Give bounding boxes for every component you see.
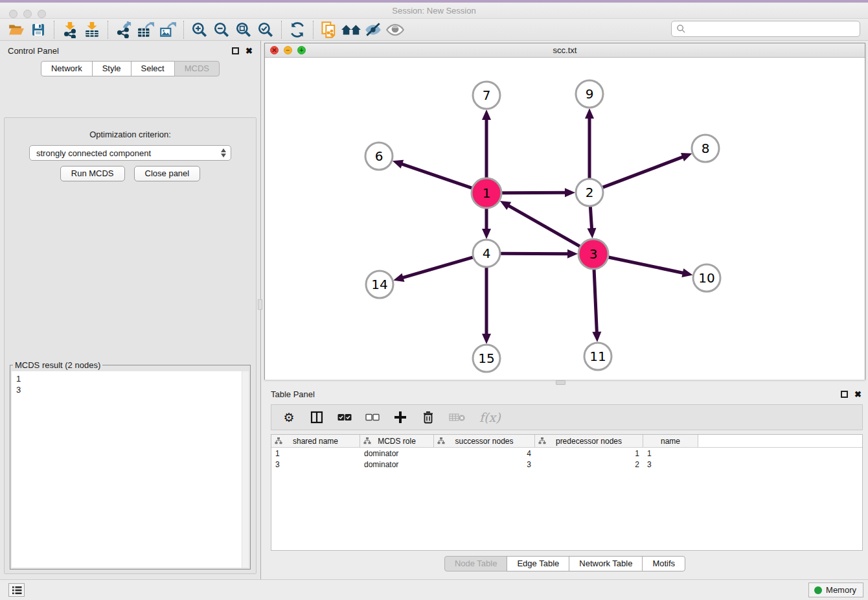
column-header-shared-name[interactable]: shared name <box>271 435 360 447</box>
home-button[interactable] <box>340 20 362 40</box>
edge-4-14[interactable] <box>402 257 473 278</box>
export-table-button[interactable] <box>135 20 157 40</box>
search-box[interactable] <box>671 21 860 37</box>
table-panel-title: Table Panel <box>271 389 841 399</box>
save-session-button[interactable] <box>27 20 49 40</box>
network-window-controls[interactable]: ✕ − + <box>270 46 306 54</box>
select-all-icon <box>337 413 352 421</box>
hide-panels-button[interactable] <box>362 20 384 40</box>
table-cell[interactable]: 3 <box>434 460 535 469</box>
search-icon <box>676 24 686 34</box>
mcds-result-box: MCDS result (2 nodes) 13 <box>10 360 251 570</box>
zoom-fit-button[interactable] <box>233 20 255 40</box>
deselect-all-rows-button[interactable] <box>365 409 380 426</box>
new-network-from-selection-icon <box>320 21 338 39</box>
table-cell[interactable]: 3 <box>271 460 360 469</box>
task-list-icon <box>12 586 22 595</box>
graph-node-label: 11 <box>589 349 606 364</box>
edge-4-3[interactable] <box>501 253 569 254</box>
column-header-name[interactable]: name <box>643 435 698 447</box>
close-table-panel-icon[interactable]: ✖ <box>854 391 862 398</box>
export-network-button[interactable] <box>113 20 135 40</box>
table-row[interactable]: 3dominator323 <box>271 459 862 470</box>
import-network-button[interactable] <box>59 20 81 40</box>
edge-1-6[interactable] <box>400 163 472 188</box>
table-cell[interactable]: 4 <box>434 449 535 458</box>
graph-node-label: 3 <box>589 246 598 262</box>
zoom-in-button[interactable] <box>188 20 211 40</box>
select-all-rows-button[interactable] <box>337 409 352 426</box>
app-minimize-button[interactable] <box>23 10 32 18</box>
table-tab-motifs[interactable]: Motifs <box>642 556 685 571</box>
graph-node-label: 10 <box>698 270 714 286</box>
open-session-button[interactable] <box>5 20 27 40</box>
control-panel-title: Control Panel <box>8 46 232 56</box>
edge-3-10[interactable] <box>608 257 684 273</box>
app-zoom-button[interactable] <box>38 10 46 18</box>
control-tab-style[interactable]: Style <box>92 61 131 76</box>
table-cell[interactable]: dominator <box>360 449 434 458</box>
column-header-predecessor-nodes[interactable]: predecessor nodes <box>535 435 643 447</box>
result-scrollbar[interactable] <box>242 371 249 568</box>
new-network-from-selection-button[interactable] <box>318 20 340 40</box>
hierarchy-icon <box>363 437 371 444</box>
optimization-criterion-dropdown[interactable]: strongly connected component <box>29 145 231 161</box>
zoom-out-button[interactable] <box>211 20 233 40</box>
network-canvas[interactable]: 7968124314101511 <box>265 58 865 380</box>
edge-3-1[interactable] <box>507 205 580 246</box>
run-mcds-button[interactable]: Run MCDS <box>60 166 125 181</box>
memory-button[interactable]: Memory <box>808 583 863 597</box>
refresh-button[interactable] <box>286 20 308 40</box>
app-window-controls[interactable] <box>9 10 46 18</box>
delete-columns-button[interactable] <box>421 409 435 426</box>
table-row[interactable]: 1dominator411 <box>271 448 862 459</box>
import-table-button[interactable] <box>81 20 103 40</box>
table-cell[interactable]: 2 <box>535 460 643 469</box>
edge-arrowhead <box>592 332 601 342</box>
app-close-button[interactable] <box>9 10 17 18</box>
network-window-titlebar[interactable]: ✕ − + scc.txt <box>265 43 865 58</box>
delete-table-button[interactable] <box>449 409 466 426</box>
hierarchy-icon <box>437 437 445 444</box>
table-settings-button[interactable]: ⚙ <box>282 409 296 426</box>
edge-2-8[interactable] <box>603 156 685 187</box>
control-tab-mcds[interactable]: MCDS <box>174 61 220 76</box>
network-graph[interactable]: 7968124314101511 <box>265 58 865 380</box>
search-input[interactable] <box>689 23 860 36</box>
float-panel-icon[interactable] <box>232 47 239 54</box>
column-header-MCDS-role[interactable]: MCDS role <box>360 435 434 447</box>
close-panel-icon[interactable]: ✖ <box>246 47 253 54</box>
table-cell[interactable]: dominator <box>360 460 434 469</box>
task-history-button[interactable] <box>8 583 25 597</box>
open-session-icon <box>8 21 25 38</box>
network-minimize-button[interactable]: − <box>284 46 292 54</box>
table-tab-network-table[interactable]: Network Table <box>569 556 643 571</box>
network-maximize-button[interactable]: + <box>297 46 306 54</box>
table-tab-edge-table[interactable]: Edge Table <box>507 556 569 571</box>
horizontal-splitter-handle[interactable] <box>556 380 565 385</box>
edge-2-3[interactable] <box>590 207 591 230</box>
control-tab-network[interactable]: Network <box>41 61 93 76</box>
close-panel-button[interactable]: Close panel <box>134 166 201 181</box>
edge-arrowhead <box>393 273 404 282</box>
column-header-successor-nodes[interactable]: successor nodes <box>434 435 535 447</box>
table-cell[interactable]: 1 <box>271 449 360 458</box>
table-cell[interactable]: 3 <box>643 460 698 469</box>
vertical-splitter-handle[interactable] <box>258 299 262 310</box>
show-panels-button[interactable] <box>384 20 406 40</box>
function-builder-button[interactable]: f(x) <box>479 409 501 426</box>
table-cell[interactable]: 1 <box>535 449 643 458</box>
table-cell[interactable]: 1 <box>643 449 698 458</box>
zoom-selected-button[interactable] <box>255 20 277 40</box>
graph-node-label: 9 <box>586 86 594 102</box>
network-close-button[interactable]: ✕ <box>270 46 279 54</box>
node-table[interactable]: shared nameMCDS rolesuccessor nodesprede… <box>271 434 863 551</box>
edge-3-11[interactable] <box>594 270 597 334</box>
float-table-panel-icon[interactable] <box>841 391 848 398</box>
create-column-button[interactable] <box>393 409 407 426</box>
export-image-button[interactable] <box>157 20 179 40</box>
show-columns-button[interactable] <box>310 409 324 426</box>
control-tab-select[interactable]: Select <box>131 61 175 76</box>
table-tab-node-table[interactable]: Node Table <box>444 556 508 571</box>
edge-1-2[interactable] <box>502 192 567 193</box>
